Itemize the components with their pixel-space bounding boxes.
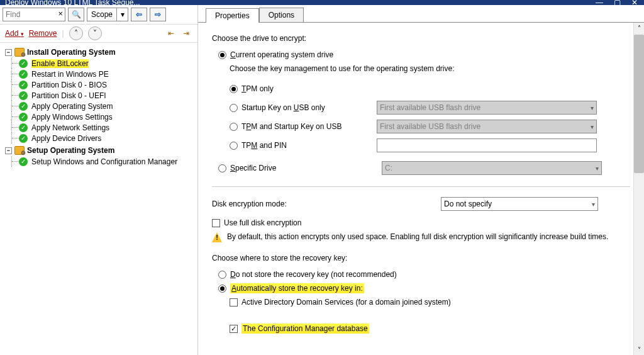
- chevron-down-icon: ▾: [596, 165, 599, 172]
- search-button[interactable]: 🔍: [68, 8, 84, 21]
- radio-specific-drive[interactable]: [218, 164, 226, 172]
- scope-dropdown[interactable]: Scope ▾: [87, 8, 128, 21]
- radio-label[interactable]: TPM and Startup Key on USBTPM and Startu…: [242, 122, 341, 131]
- move-up-button[interactable]: ˄: [69, 26, 83, 40]
- checkbox-cm-db[interactable]: [230, 325, 238, 333]
- radio-tpm-only[interactable]: [230, 85, 238, 93]
- section-label: Choose where to store the recovery key:: [212, 254, 630, 262]
- pin-input[interactable]: [377, 138, 597, 152]
- usb-drive-select-2: First available USB flash drive ▾: [377, 120, 597, 133]
- radio-auto-recovery[interactable]: [218, 285, 226, 293]
- radio-label[interactable]: TPM and PINTPM and PIN: [242, 141, 287, 150]
- search-icon: 🔍: [72, 10, 81, 19]
- tree-step[interactable]: ✓Partition Disk 0 - BIOS: [19, 79, 195, 90]
- check-icon: ✓: [19, 81, 28, 89]
- tab-bar: Properties Options: [198, 5, 644, 23]
- task-sequence-tree: − Install Operating System ✓Enable BitLo…: [0, 43, 197, 355]
- chevron-down-icon: ▾: [591, 104, 594, 111]
- checkbox-label[interactable]: The Configuration Manager databaseThe Co…: [242, 324, 369, 334]
- remove-step-button[interactable]: Remove: [29, 29, 57, 38]
- scroll-down-icon[interactable]: ˅: [634, 344, 644, 355]
- check-icon: ✓: [19, 134, 28, 143]
- tree-step[interactable]: ✓Restart in Windows PE: [19, 69, 195, 79]
- tree-step[interactable]: ✓Apply Device Drivers: [19, 133, 195, 144]
- arrow-right-icon: ⇨: [155, 10, 161, 19]
- find-prev-button[interactable]: ⇦: [131, 8, 147, 21]
- select-value: First available USB flash drive: [380, 122, 480, 131]
- chevron-down-icon: ▾: [21, 31, 24, 37]
- radio-label[interactable]: CCurrent operating system driveurrent op…: [230, 50, 333, 59]
- move-down-button[interactable]: ˅: [88, 26, 102, 40]
- add-step-button[interactable]: Add ▾: [5, 29, 24, 38]
- scroll-up-icon[interactable]: ˄: [634, 23, 644, 33]
- checkbox-label[interactable]: Active Directory Domain Services (for a …: [242, 298, 451, 307]
- arrow-up-icon: ˄: [74, 29, 78, 38]
- chevron-down-icon: ▾: [116, 8, 128, 21]
- tree-step[interactable]: ✓Apply Network Settings: [19, 122, 195, 133]
- arrow-down-icon: ˅: [93, 29, 97, 38]
- find-toolbar: × 🔍 Scope ▾ ⇦ ⇨: [0, 5, 197, 24]
- divider: [212, 186, 630, 187]
- radio-usb-only[interactable]: [230, 104, 238, 112]
- tree-step-label: Partition Disk 0 - UEFI: [31, 91, 106, 100]
- properties-panel: Choose the drive to encrypt: CCurrent op…: [198, 23, 644, 355]
- close-button[interactable]: ✕: [630, 0, 639, 5]
- separator: |: [62, 29, 64, 38]
- find-input[interactable]: [3, 8, 65, 21]
- vertical-scrollbar[interactable]: ˄ ˅: [633, 23, 644, 355]
- folder-gear-icon: [14, 146, 25, 155]
- window-title-bar: Deploy Windows 10 LTML Task Seque... — ▢…: [0, 0, 644, 5]
- collapse-icon[interactable]: −: [5, 49, 12, 56]
- warning-icon: !: [212, 232, 222, 242]
- radio-current-drive[interactable]: [218, 51, 226, 59]
- chevron-down-icon: ▾: [592, 201, 595, 208]
- check-icon: ✓: [19, 91, 28, 100]
- checkbox-ad-ds[interactable]: [230, 298, 238, 307]
- check-icon: ✓: [19, 59, 28, 68]
- tree-step-label: Apply Operating System: [31, 102, 113, 111]
- clear-find-icon[interactable]: ×: [58, 9, 63, 18]
- find-next-button[interactable]: ⇨: [150, 8, 166, 21]
- tree-step-label: Restart in Windows PE: [31, 70, 109, 79]
- check-icon: ✓: [19, 113, 28, 121]
- tree-group-setup-os[interactable]: − Setup Operating System: [5, 145, 195, 156]
- tree-step-label: Apply Network Settings: [31, 123, 109, 132]
- radio-tpm-pin[interactable]: [230, 142, 238, 150]
- radio-tpm-usb[interactable]: [230, 123, 238, 131]
- enc-mode-select[interactable]: Do not specify ▾: [441, 197, 598, 211]
- tree-step[interactable]: ✓Apply Windows Settings: [19, 111, 195, 122]
- minimize-button[interactable]: —: [595, 0, 604, 5]
- tree-group-label: Install Operating System: [27, 48, 116, 57]
- chevron-down-icon: ▾: [591, 123, 594, 130]
- enc-mode-label: Disk encryption mode:: [212, 200, 426, 208]
- check-icon: ✓: [19, 123, 28, 132]
- check-icon: ✓: [19, 102, 28, 111]
- tree-group-install-os[interactable]: − Install Operating System: [5, 47, 195, 58]
- specific-drive-select: C: ▾: [382, 161, 602, 175]
- tree-step[interactable]: ✓Partition Disk 0 - UEFI: [19, 90, 195, 101]
- radio-label[interactable]: Startup Key on USB onlyStartup Key on US…: [242, 103, 325, 112]
- tree-step[interactable]: ✓Setup Windows and Configuration Manager: [19, 156, 195, 167]
- tree-step[interactable]: ✓Apply Operating System: [19, 101, 195, 111]
- arrow-left-icon: ⇦: [136, 10, 142, 19]
- radio-no-recovery[interactable]: [218, 271, 226, 279]
- radio-label[interactable]: Automatically store the recovery key in:…: [230, 283, 364, 293]
- checkbox-full-disk[interactable]: [212, 219, 220, 227]
- maximize-button[interactable]: ▢: [613, 0, 621, 5]
- collapse-icon[interactable]: −: [5, 147, 12, 154]
- radio-label[interactable]: TPM onlyTPM only: [242, 84, 274, 93]
- radio-label[interactable]: Do not store the recovery key (not recom…: [230, 270, 397, 279]
- tab-options[interactable]: Options: [259, 8, 304, 22]
- select-value: Do not specify: [444, 200, 492, 208]
- radio-label[interactable]: Specific DriveSpecific Drive: [230, 164, 276, 172]
- scrollbar-thumb[interactable]: [634, 35, 644, 173]
- outdent-button[interactable]: ⇤: [165, 27, 177, 40]
- tree-group-label: Setup Operating System: [27, 146, 114, 155]
- checkbox-label[interactable]: Use full disk encryptionUse full disk en…: [224, 218, 301, 227]
- tree-step-label: Setup Windows and Configuration Manager: [31, 157, 177, 166]
- section-label: Choose the drive to encrypt:: [212, 34, 630, 43]
- indent-button[interactable]: ⇥: [180, 27, 192, 40]
- tab-properties[interactable]: Properties: [206, 8, 259, 23]
- tree-step-label: Enable BitLocker: [31, 59, 89, 68]
- tree-step[interactable]: ✓Enable BitLocker: [19, 58, 195, 69]
